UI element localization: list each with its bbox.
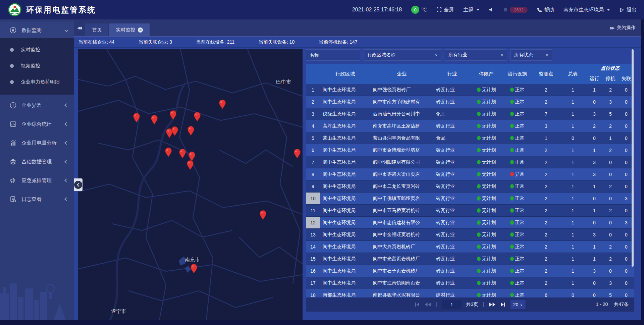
- map-pin-icon[interactable]: [259, 210, 267, 220]
- cell-meters: 1: [559, 232, 586, 237]
- industry-select[interactable]: 所有行业 ∨: [445, 49, 507, 61]
- theme-menu[interactable]: 主题: [463, 7, 480, 13]
- chevron-left-icon: [64, 178, 68, 182]
- fullscreen-icon: [436, 7, 442, 12]
- cell-points: 2: [533, 99, 559, 105]
- map-pin-icon[interactable]: [165, 147, 172, 157]
- sidebar-item-3[interactable]: 企业用电量分析: [0, 135, 74, 151]
- next-page-button[interactable]: [489, 302, 496, 307]
- tab-1[interactable]: 实时监控✕: [109, 23, 150, 36]
- notifications[interactable]: 2632: [503, 7, 528, 13]
- prev-page-button[interactable]: [425, 302, 431, 307]
- map-pin-icon[interactable]: [190, 264, 198, 274]
- map-pin-icon[interactable]: [187, 126, 195, 136]
- tab-0[interactable]: 首页: [85, 23, 108, 36]
- cell-stopped: 5: [602, 111, 619, 117]
- sidebar-item-label: 数据监测: [21, 27, 65, 34]
- map-pin-icon[interactable]: [169, 110, 177, 120]
- sidebar-item-0[interactable]: 数据监测: [0, 22, 74, 38]
- sidebar-item-6[interactable]: 日志查看: [0, 191, 74, 207]
- content-area: 巴中市南充市遂宁市 行政区域名称 ∨ 所有行业 ∨ 所有状: [74, 48, 641, 320]
- name-search-input[interactable]: [306, 49, 360, 61]
- help-button[interactable]: 帮助: [537, 7, 554, 13]
- first-page-button[interactable]: [415, 302, 420, 307]
- status-dot-icon: [477, 136, 481, 140]
- table-row[interactable]: 13阆中生态环境局阆中市金福旺页岩机砖砖瓦行业无计划正常21300: [306, 229, 634, 241]
- table-row[interactable]: 16阆中生态环境局阆中市石子页岩机砖厂砖瓦行业无计划正常21300: [306, 265, 634, 277]
- table-row[interactable]: 17阆中生态环境局阆中市江南镇阆南页岩砖瓦行业无计划正常21030: [306, 277, 634, 289]
- chevron-down-icon: [64, 28, 68, 32]
- table-scrollbar[interactable]: [632, 49, 634, 267]
- status-dot-icon: [510, 184, 514, 188]
- mute-button[interactable]: [489, 7, 494, 12]
- chevron-left-icon: [74, 181, 82, 189]
- logout-icon: [620, 7, 625, 12]
- chevron-down-icon: ∨: [435, 53, 438, 57]
- table-row[interactable]: 5营山生态环境局营山县润丰肉食品有限食品无计划正常10010: [306, 132, 634, 144]
- cell-meters: 1: [559, 87, 586, 93]
- cell-run: 0: [586, 136, 602, 141]
- table-row[interactable]: 8阆中生态环境局阆中市枣碧大梁山页岩砖瓦行业无计划异常21300: [306, 168, 634, 180]
- cell-meters: 1: [559, 148, 586, 153]
- fullscreen-button[interactable]: 全屏: [436, 7, 454, 13]
- sidebar-item-5[interactable]: 应急减排管理: [0, 172, 74, 188]
- table-row[interactable]: 7阆中生态环境局阆中明阳建材有限公司砖瓦行业无计划正常21300: [306, 156, 634, 168]
- table-row[interactable]: 12阆中生态环境局阆中市忠信建材有限公砖瓦行业无计划正常21003: [306, 217, 634, 229]
- table-row[interactable]: 14阆中生态环境局阆中大兴页岩机砖厂砖瓦行业无计划正常21120: [306, 241, 634, 253]
- map-pin-icon[interactable]: [151, 115, 158, 125]
- total-count-label: 共47条: [614, 302, 629, 308]
- table-row[interactable]: 4高坪生态环境局南充市高坪区王家店建砖瓦行业无计划正常31220: [306, 120, 634, 132]
- panel-collapse-handle[interactable]: [74, 178, 83, 191]
- sidebar-item-2[interactable]: 企业综合统计: [0, 116, 74, 132]
- sidebar-subitem-0-1[interactable]: 视频监控: [0, 58, 74, 74]
- tabs-scroll-left-icon[interactable]: ◀◀: [77, 25, 80, 30]
- temperature-badge: 0: [411, 6, 419, 14]
- cell-industry: 砖瓦行业: [433, 123, 471, 129]
- region-select[interactable]: 行政区域名称 ∨: [364, 49, 441, 61]
- table-row[interactable]: 10阆中生态环境局阆中千佛镇五郎垭页岩砖瓦行业无计划正常21003: [306, 193, 634, 205]
- tab-close-icon[interactable]: ✕: [138, 28, 143, 33]
- sidebar-subitem-0-0[interactable]: 实时监控: [0, 42, 74, 58]
- table-row[interactable]: 3仪陇生态环境局西南油气田分公司川中化工无计划正常71350: [306, 108, 634, 120]
- table-row[interactable]: 2阆中生态环境局阆中市南方节能建材有砖瓦行业无计划正常21030: [306, 96, 634, 108]
- page-size-select[interactable]: 20 ∨: [511, 300, 526, 309]
- logout-button[interactable]: 退出: [620, 7, 637, 13]
- cell-facility-status: 正常: [502, 196, 533, 202]
- table-row[interactable]: 9阆中生态环境局阆中市二龙长宝页岩砖砖瓦行业无计划正常21120: [306, 180, 634, 193]
- page-number-input[interactable]: [442, 300, 462, 309]
- sidebar-item-1[interactable]: 企业异常: [0, 97, 74, 113]
- chevron-left-icon: [64, 141, 68, 145]
- map-view[interactable]: 巴中市南充市遂宁市: [78, 49, 303, 320]
- map-pin-icon[interactable]: [186, 160, 194, 170]
- status-dot-icon: [477, 112, 481, 116]
- map-pin-icon[interactable]: [219, 99, 226, 109]
- table-row[interactable]: 6阆中生态环境局阆中市金博瑞新型墙材砖瓦行业无计划正常21120: [306, 144, 634, 156]
- cell-industry: 砖瓦行业: [433, 256, 471, 262]
- table-row[interactable]: 11阆中生态环境局阆中市五马桥页岩机砖砖瓦行业无计划正常21120: [306, 205, 634, 217]
- map-pin-icon[interactable]: [194, 112, 201, 122]
- bullet-dot-icon: [10, 48, 14, 52]
- cell-points: 1: [533, 136, 559, 141]
- table-row[interactable]: 1阆中生态环境局阆中强锐页岩砖厂砖瓦行业无计划正常21120: [306, 84, 634, 96]
- sidebar-subitem-0-2[interactable]: 企业电力负荷明细: [0, 74, 74, 90]
- cell-meters: 0: [559, 292, 586, 298]
- stat-item-0: 当前在线企业: 44: [78, 39, 114, 45]
- sidebar-item-4[interactable]: 基础数据管理: [0, 154, 74, 170]
- last-page-button[interactable]: [500, 302, 506, 307]
- cell-stop-status: 无计划: [471, 256, 502, 262]
- cell-stop-status: 无计划: [471, 111, 502, 117]
- org-menu[interactable]: 南充市生态环境局: [564, 7, 610, 13]
- cell-company: 阆中市五马桥页岩机砖: [370, 208, 433, 214]
- map-pin-icon[interactable]: [293, 149, 301, 159]
- map-pin-icon[interactable]: [133, 113, 140, 123]
- cell-company: 阆中市金博瑞新型墙材: [370, 147, 433, 153]
- sidebar-item-label: 应急减排管理: [21, 177, 65, 184]
- cell-points: 2: [533, 184, 559, 189]
- close-operations-button[interactable]: 关闭操作: [617, 25, 636, 31]
- map-pin-icon[interactable]: [179, 149, 186, 159]
- table-row[interactable]: 15阆中生态环境局阆中市光富页岩机砖厂砖瓦行业无计划正常21120: [306, 253, 634, 265]
- status-select[interactable]: 所有状态 ∨: [511, 49, 552, 61]
- map-pin-icon[interactable]: [171, 126, 178, 136]
- cell-industry: 砖瓦行业: [433, 87, 471, 93]
- tabs-scroll-right-icon[interactable]: ▶▶: [610, 25, 613, 30]
